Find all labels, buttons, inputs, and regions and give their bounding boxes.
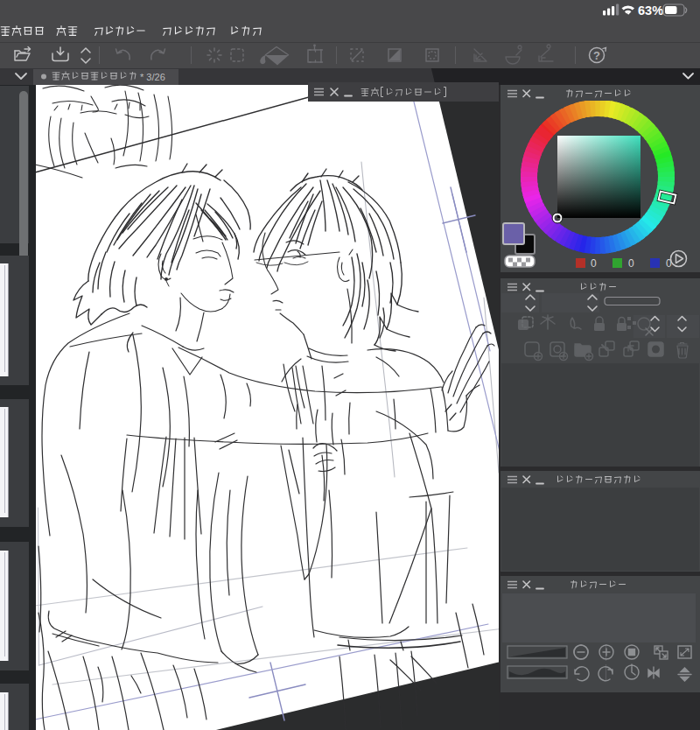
svg-text:0: 0 bbox=[628, 257, 634, 270]
svg-text:63%: 63% bbox=[638, 4, 663, 18]
svg-text:0: 0 bbox=[591, 257, 597, 270]
svg-text:* 3/26: * 3/26 bbox=[140, 72, 165, 82]
svg-text:?: ? bbox=[593, 49, 600, 62]
